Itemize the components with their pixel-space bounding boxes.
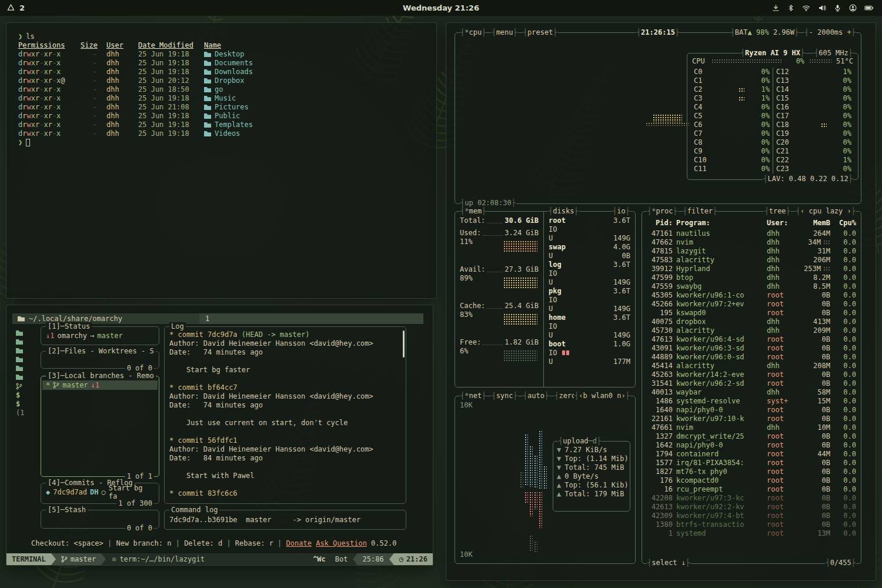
- chip-text: cpu: [469, 28, 482, 37]
- panel-commits[interactable]: [4]─Commits - Reflog ◆ 7dc9d7ad DH ○ Sta…: [41, 483, 159, 504]
- process-row[interactable]: 45730alacrittydhh209M0.0: [647, 326, 857, 335]
- io-label: IO: [549, 349, 557, 357]
- panel-log[interactable]: Log * commit 7dc9d7a (HEAD -> master)Aut…: [164, 326, 406, 504]
- panel-status[interactable]: [1]─Status ↓1 omarchy → master: [41, 326, 159, 345]
- process-row[interactable]: 45414alacrittydhh208M0.0: [647, 362, 857, 370]
- perm-char: w: [26, 50, 31, 58]
- terminal-window-ls[interactable]: ❯lsPermissionsSizeUserDate ModifiedNamed…: [6, 22, 437, 299]
- terminal-window-lazygit[interactable]: ~/.local/share/omarchy 1 $$(1 [1]─Status…: [6, 305, 433, 566]
- battery-icon[interactable]: [864, 4, 874, 12]
- update-interval[interactable]: ┤- 2000ms +├: [804, 28, 856, 37]
- chip-text: 0/455: [830, 559, 851, 567]
- used-label: U: [549, 252, 553, 260]
- used-value: 149G: [613, 234, 630, 243]
- process-row[interactable]: 195kswapd0root0B0.0: [647, 309, 857, 318]
- process-row[interactable]: 42613kworker/u92:2-kvroot0B0.0: [647, 503, 857, 512]
- volume-icon[interactable]: [818, 4, 826, 12]
- explorer-item[interactable]: [16, 355, 38, 364]
- process-row[interactable]: 1794containerdroot44M0.0: [647, 450, 857, 459]
- help-link[interactable]: Ask Question: [316, 539, 367, 547]
- process-row[interactable]: 47161nautilusdhh264M0.0: [647, 229, 857, 238]
- wifi-icon[interactable]: [802, 4, 810, 12]
- mic-icon[interactable]: [834, 4, 841, 12]
- explorer-item[interactable]: [16, 382, 38, 390]
- process-row[interactable]: 47662nvimdhh34M0.0: [647, 238, 857, 247]
- process-row[interactable]: 1642napi/phy0-0root0B0.0: [647, 441, 857, 450]
- permissions: drwxr-xr-x@: [18, 76, 81, 85]
- panel-stash[interactable]: [5]─Stash 0 of 0: [41, 510, 159, 529]
- keybind-hint: Checkout: <space>: [31, 539, 103, 547]
- chip-text: ›: [843, 207, 851, 216]
- io-toggle[interactable]: ┤io├: [612, 207, 630, 216]
- process-row[interactable]: 1827mt76-tx phy0root0B0.0: [647, 467, 857, 476]
- process-mem: 0B: [797, 441, 830, 450]
- explorer-item[interactable]: [16, 329, 38, 338]
- process-row[interactable]: 176kcompactd0root0B0.0: [647, 476, 857, 485]
- process-row[interactable]: 47599btopdhh8.2M0.0: [647, 273, 857, 282]
- help-link[interactable]: Donate: [286, 539, 312, 547]
- chip-row: ┤LAV: 0.48 0.22 0.12├: [763, 175, 853, 183]
- process-row[interactable]: 45263kworker/14:2-everoot0B0.0: [647, 370, 857, 379]
- file-owner: dhh: [106, 85, 130, 94]
- process-row[interactable]: 47815lazygitdhh31M0.0: [647, 247, 857, 256]
- explorer-item[interactable]: [16, 338, 38, 346]
- auto-toggle[interactable]: ┤auto├: [523, 392, 549, 400]
- branch-row-selected[interactable]: * master ↓1: [42, 380, 158, 390]
- process-row[interactable]: 31541kworker/u96:2-sdroot0B0.0: [647, 379, 857, 388]
- process-row[interactable]: 16rcu_preemptroot0B0.0: [647, 485, 857, 494]
- process-row[interactable]: 44889kworker/u96:0-sdroot0B0.0: [647, 353, 857, 362]
- process-user: dhh: [767, 326, 794, 335]
- process-row[interactable]: 43091kworker/u96:3-sdroot0B0.0: [647, 344, 857, 353]
- process-row[interactable]: 45266kworker/u97:2+evroot0B0.0: [647, 300, 857, 309]
- explorer-item[interactable]: [16, 364, 38, 373]
- process-row[interactable]: 1640napi/phy0-0root0B0.0: [647, 406, 857, 415]
- explorer-item[interactable]: [16, 373, 38, 382]
- updates-icon[interactable]: [772, 4, 780, 12]
- process-row[interactable]: 39912Hyprlanddhh253M0.0: [647, 265, 857, 273]
- tab-1[interactable]: 1: [199, 313, 423, 324]
- panel-local-branches[interactable]: [3]─Local branches - Remo * master ↓1 1 …: [41, 376, 159, 477]
- permissions: drwxr-xr-x: [18, 50, 81, 59]
- process-row[interactable]: 1systemdroot13M0.0: [647, 529, 857, 538]
- process-row[interactable]: 47583alacrittydhh206M0.0: [647, 256, 857, 265]
- process-row[interactable]: 45305kworker/u96:1-coroot0B0.0: [647, 291, 857, 300]
- process-user: root: [767, 415, 794, 423]
- filter-button[interactable]: ┤filter├: [683, 207, 718, 216]
- process-user: dhh: [767, 388, 794, 397]
- file-row: drwxr-xr-x-dhh25 Jun 19:18Music: [18, 94, 436, 103]
- process-row[interactable]: 42309kworker/u97:4-btroot0B0.0: [647, 512, 857, 520]
- perm-char: x: [44, 85, 48, 93]
- process-row[interactable]: 22161kworker/u97:10-kroot0B0.0: [647, 415, 857, 423]
- process-row[interactable]: 1486systemd-resolvesyst+15M0.0: [647, 397, 857, 406]
- panel-command-log[interactable]: Command log 7dc9d7a..b3691be master -> o…: [164, 510, 406, 530]
- commit-row[interactable]: ◆ 7dc9d7ad DH ○ Start bg fa: [42, 487, 158, 497]
- process-mem: 0B: [797, 494, 830, 503]
- process-user: root: [767, 485, 794, 494]
- menu-button[interactable]: ┤menu├: [491, 28, 517, 37]
- explorer-item[interactable]: [16, 346, 38, 355]
- preset-button[interactable]: ┤preset├: [523, 28, 558, 37]
- process-pid: 31541: [647, 379, 673, 388]
- process-row[interactable]: 47613kworker/u96:4-sdroot0B0.0: [647, 335, 857, 344]
- process-row[interactable]: 47661nvimdhh10M0.0: [647, 423, 857, 432]
- sort-selector[interactable]: ┤‹ cpu lazy ›├: [796, 207, 856, 216]
- interface-switcher[interactable]: ┤‹b wlan0 n›├: [574, 392, 630, 400]
- scrollbar[interactable]: [403, 330, 405, 358]
- process-row[interactable]: 47559swaybgdhh8.5M0.0: [647, 282, 857, 291]
- used-label: U: [549, 278, 553, 287]
- workspace-indicator[interactable]: 2: [0, 4, 25, 13]
- log-line: [169, 375, 400, 383]
- process-row[interactable]: 40013waybardhh58M0.0: [647, 388, 857, 397]
- terminal-window-btop[interactable]: ┤Ryzen AI 9 HX├┤605 MHz├┤LAV: 0.48 0.22 …: [446, 22, 876, 581]
- process-row[interactable]: 1577irq/81-PIXA3854:root0B0.0: [647, 459, 857, 467]
- core-label: C8: [694, 138, 713, 147]
- bluetooth-icon[interactable]: [787, 4, 794, 12]
- process-row[interactable]: 1327dmcrypt_write/25root0B0.0: [647, 432, 857, 441]
- tree-toggle[interactable]: ┤tree├: [764, 207, 790, 216]
- panel-files[interactable]: [2]─Files - Worktrees - S 0 of 0: [41, 351, 159, 369]
- process-row[interactable]: 42208kworker/u97:3-kcroot0B0.0: [647, 494, 857, 503]
- process-row[interactable]: 1380btrfs-transactioroot0B0.0: [647, 520, 857, 529]
- sync-toggle[interactable]: ┤sync├: [491, 392, 517, 400]
- user-icon[interactable]: [849, 4, 857, 12]
- process-row[interactable]: 40075dropboxdhh413M0.0: [647, 318, 857, 326]
